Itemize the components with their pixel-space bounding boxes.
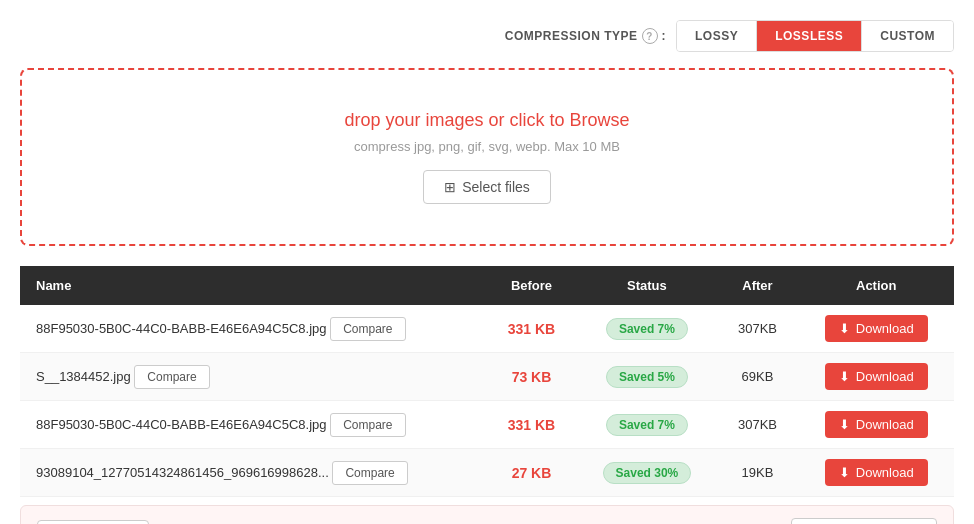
compare-button[interactable]: Compare (134, 365, 209, 389)
compression-buttons: LOSSY LOSSLESS CUSTOM (676, 20, 954, 52)
table-row: 93089104_12770514324861456_969616998628.… (20, 449, 954, 497)
action-cell: ⬇ Download (798, 449, 954, 497)
action-cell: ⬇ Download (798, 305, 954, 353)
status-cell: Saved 5% (577, 353, 716, 401)
select-files-label: Select files (462, 179, 530, 195)
clear-list-button[interactable]: 🗑 Clear list (37, 520, 149, 524)
after-size-cell: 307KB (717, 401, 799, 449)
file-name: 93089104_12770514324861456_969616998628.… (36, 465, 329, 480)
after-size: 307KB (738, 321, 777, 336)
compare-button[interactable]: Compare (330, 413, 405, 437)
after-size-cell: 307KB (717, 305, 799, 353)
download-button[interactable]: ⬇ Download (825, 315, 928, 342)
status-cell: Saved 30% (577, 449, 716, 497)
before-size-cell: 331 KB (486, 401, 578, 449)
status-badge: Saved 30% (603, 462, 692, 484)
compare-button[interactable]: Compare (330, 317, 405, 341)
col-action: Action (798, 266, 954, 305)
lossy-button[interactable]: LOSSY (677, 21, 757, 51)
table-row: 88F95030-5B0C-44C0-BABB-E46E6A94C5C8.jpg… (20, 401, 954, 449)
download-label: Download (856, 417, 914, 432)
select-files-button[interactable]: ⊞ Select files (423, 170, 551, 204)
col-after: After (717, 266, 799, 305)
file-name-cell: 88F95030-5B0C-44C0-BABB-E46E6A94C5C8.jpg… (20, 401, 486, 449)
before-size: 73 KB (512, 369, 552, 385)
col-name: Name (20, 266, 486, 305)
download-label: Download (856, 465, 914, 480)
download-all-button[interactable]: 📄 Download All (791, 518, 937, 524)
status-badge: Saved 7% (606, 318, 688, 340)
table-header-row: Name Before Status After Action (20, 266, 954, 305)
col-before: Before (486, 266, 578, 305)
after-size: 69KB (742, 369, 774, 384)
file-name: 88F95030-5B0C-44C0-BABB-E46E6A94C5C8.jpg (36, 321, 327, 336)
action-cell: ⬇ Download (798, 401, 954, 449)
compression-row: COMPRESSION TYPE ? : LOSSY LOSSLESS CUST… (20, 20, 954, 52)
before-size: 27 KB (512, 465, 552, 481)
drop-subtitle: compress jpg, png, gif, svg, webp. Max 1… (42, 139, 932, 154)
after-size: 307KB (738, 417, 777, 432)
status-cell: Saved 7% (577, 401, 716, 449)
status-badge: Saved 7% (606, 414, 688, 436)
download-button[interactable]: ⬇ Download (825, 459, 928, 486)
download-icon: ⬇ (839, 417, 850, 432)
file-name-cell: 88F95030-5B0C-44C0-BABB-E46E6A94C5C8.jpg… (20, 305, 486, 353)
download-button[interactable]: ⬇ Download (825, 411, 928, 438)
footer-bar: 🗑 Clear list Saved: 61 KB 📄 Download All (20, 505, 954, 524)
table-row: S__1384452.jpg Compare 73 KB Saved 5% 69… (20, 353, 954, 401)
file-table: Name Before Status After Action 88F95030… (20, 266, 954, 497)
file-name: 88F95030-5B0C-44C0-BABB-E46E6A94C5C8.jpg (36, 417, 327, 432)
compression-label: COMPRESSION TYPE ? : (505, 28, 666, 44)
before-size: 331 KB (508, 321, 555, 337)
compare-button[interactable]: Compare (332, 461, 407, 485)
download-label: Download (856, 369, 914, 384)
lossless-button[interactable]: LOSSLESS (757, 21, 862, 51)
download-icon: ⬇ (839, 369, 850, 384)
before-size-cell: 73 KB (486, 353, 578, 401)
status-badge: Saved 5% (606, 366, 688, 388)
before-size-cell: 331 KB (486, 305, 578, 353)
download-label: Download (856, 321, 914, 336)
after-size-cell: 69KB (717, 353, 799, 401)
download-icon: ⬇ (839, 321, 850, 336)
table-row: 88F95030-5B0C-44C0-BABB-E46E6A94C5C8.jpg… (20, 305, 954, 353)
colon: : (662, 29, 667, 43)
file-name-cell: S__1384452.jpg Compare (20, 353, 486, 401)
compression-type-text: COMPRESSION TYPE (505, 29, 638, 43)
file-name: S__1384452.jpg (36, 369, 131, 384)
drop-title: drop your images or click to Browse (42, 110, 932, 131)
after-size-cell: 19KB (717, 449, 799, 497)
custom-button[interactable]: CUSTOM (862, 21, 953, 51)
status-cell: Saved 7% (577, 305, 716, 353)
before-size-cell: 27 KB (486, 449, 578, 497)
download-button[interactable]: ⬇ Download (825, 363, 928, 390)
before-size: 331 KB (508, 417, 555, 433)
drop-zone[interactable]: drop your images or click to Browse comp… (20, 68, 954, 246)
action-cell: ⬇ Download (798, 353, 954, 401)
help-icon[interactable]: ? (642, 28, 658, 44)
download-icon: ⬇ (839, 465, 850, 480)
file-name-cell: 93089104_12770514324861456_969616998628.… (20, 449, 486, 497)
after-size: 19KB (742, 465, 774, 480)
col-status: Status (577, 266, 716, 305)
file-icon: ⊞ (444, 179, 456, 195)
